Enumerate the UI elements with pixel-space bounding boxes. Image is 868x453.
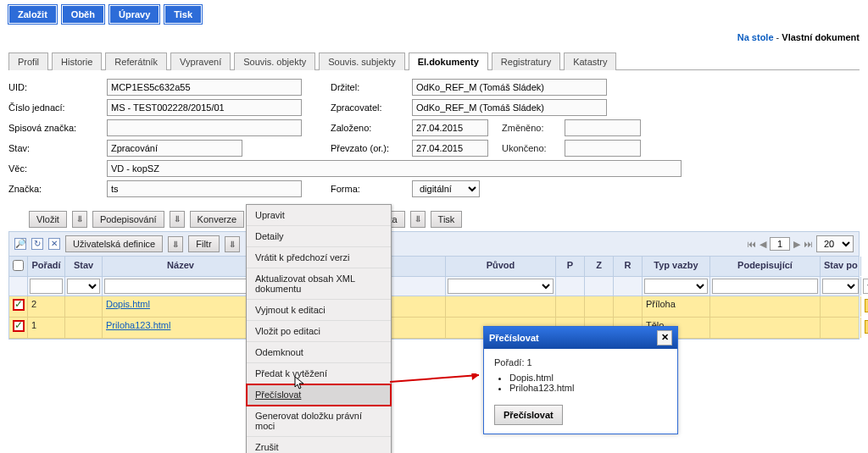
tab-vypraveni[interactable]: Vypravení <box>170 52 231 70</box>
top-btn-upravy[interactable]: Úpravy <box>109 5 159 24</box>
page-size[interactable]: 20 <box>816 235 854 252</box>
tb-vlozit-dd[interactable]: ⥥ <box>72 211 87 228</box>
menu-vyjmout[interactable]: Vyjmout k editaci <box>247 300 391 321</box>
tab-eldokumenty[interactable]: El.dokumenty <box>409 52 488 70</box>
edit-icon[interactable] <box>865 299 868 312</box>
col-f[interactable]: F <box>861 257 868 276</box>
table-row[interactable]: 1 Priloha123.html Tělo <box>9 318 859 339</box>
label-prevzato: Převzato (or.): <box>331 143 409 153</box>
grid-check-all[interactable] <box>13 260 24 271</box>
col-puvod[interactable]: Původ <box>446 257 556 276</box>
filter-stav[interactable] <box>67 279 100 294</box>
tab-souvis-objekty[interactable]: Souvis. objekty <box>234 52 315 70</box>
upravit-dropdown: Upravit Detaily Vrátit k předchozí verzi… <box>246 204 392 345</box>
tb-vlozit[interactable]: Vložit <box>29 211 67 228</box>
precislovat-dialog: Přečíslovat ✕ Pořadí: 1 Dopis.html Prilo… <box>483 326 678 345</box>
label-zpracovatel: Zpracovatel: <box>331 102 409 113</box>
tb-datova-veta-dd[interactable]: ⥥ <box>410 211 426 228</box>
row-checkbox[interactable] <box>13 320 25 332</box>
input-spis[interactable] <box>107 119 302 136</box>
top-btn-tisk[interactable]: Tisk <box>164 5 202 24</box>
grid: 🔎 ↻ ✕ Uživatelská definice⥥ Filtr⥥ ⏮ ◀ ▶… <box>8 231 860 340</box>
tab-profil[interactable]: Profil <box>8 52 48 70</box>
row-vazba: Příloha <box>643 296 710 317</box>
col-poradi[interactable]: Pořadí <box>28 257 65 276</box>
grid-search-icon[interactable]: 🔎 <box>14 238 26 250</box>
menu-detaily[interactable]: Detaily <box>247 226 391 247</box>
tb-podepisovani[interactable]: Podepisování <box>92 211 164 228</box>
col-z[interactable]: Z <box>585 257 614 276</box>
row-checkbox[interactable] <box>13 299 25 311</box>
filter-poradi[interactable] <box>30 279 63 294</box>
page-number[interactable] <box>770 237 790 251</box>
tab-referatnik[interactable]: Referátník <box>105 52 167 70</box>
row-nazev-link[interactable]: Dopis.html <box>106 299 150 309</box>
input-cislo[interactable] <box>107 99 302 116</box>
menu-vlozit-po[interactable]: Vložit po editaci <box>247 321 391 342</box>
row-nazev-link[interactable]: Priloha123.html <box>106 320 170 330</box>
select-forma[interactable]: digitální <box>412 180 480 197</box>
breadcrumb-title: Vlastní dokument <box>782 32 860 42</box>
col-r[interactable]: R <box>614 257 643 276</box>
tab-bar: Profil Historie Referátník Vypravení Sou… <box>8 52 860 70</box>
input-zpracovatel[interactable] <box>412 99 607 116</box>
input-vec[interactable] <box>107 160 682 177</box>
col-stavp[interactable]: Stav po <box>821 257 861 276</box>
filter-puvod[interactable] <box>448 279 554 294</box>
input-znacka[interactable] <box>107 180 302 197</box>
tb-podepisovani-dd[interactable]: ⥥ <box>170 211 185 228</box>
menu-vratit[interactable]: Vrátit k předchozí verzi <box>247 247 391 268</box>
filter-nazev[interactable] <box>104 279 257 294</box>
input-zalozeno[interactable] <box>412 119 488 136</box>
dialog-close-icon[interactable]: ✕ <box>657 330 672 345</box>
col-nazev[interactable]: Název <box>103 257 259 276</box>
grid-clear-icon[interactable]: ✕ <box>48 238 60 250</box>
tab-registratury[interactable]: Registratury <box>492 52 560 70</box>
label-drzitel: Držitel: <box>331 82 409 92</box>
grid-filter-dd[interactable]: ⥥ <box>225 236 240 252</box>
page-first-icon[interactable]: ⏮ <box>747 239 756 249</box>
tb-tisk[interactable]: Tisk <box>431 211 463 228</box>
input-drzitel[interactable] <box>412 79 607 96</box>
table-row[interactable]: 2 Dopis.html Příloha <box>9 296 859 318</box>
tab-historie[interactable]: Historie <box>52 52 102 70</box>
input-ukonceno[interactable] <box>565 140 641 157</box>
tab-souvis-subjekty[interactable]: Souvis. subjekty <box>319 52 404 70</box>
grid-filter-btn[interactable]: Filtr <box>188 235 219 252</box>
label-zmeneno: Změněno: <box>502 123 561 133</box>
grid-userdef-dd[interactable]: ⥥ <box>168 236 183 252</box>
input-prevzato[interactable] <box>412 140 488 157</box>
filter-stavp[interactable] <box>822 279 859 294</box>
top-btn-zalozit[interactable]: Založit <box>8 5 57 24</box>
input-zmeneno[interactable] <box>565 119 641 136</box>
edit-icon[interactable] <box>865 320 868 334</box>
breadcrumb: Na stole - Vlastní dokument <box>8 29 860 43</box>
filter-podpis[interactable] <box>712 279 818 294</box>
label-cislo: Číslo jednací: <box>8 102 103 113</box>
menu-aktualizovat[interactable]: Aktualizovat obsah XML dokumentu <box>247 268 391 300</box>
label-znacka: Značka: <box>8 184 103 194</box>
grid-refresh-icon[interactable]: ↻ <box>31 238 43 250</box>
menu-upravit[interactable]: Upravit <box>247 205 391 226</box>
col-podpis[interactable]: Podepisující <box>710 257 821 276</box>
filter-f[interactable] <box>863 279 868 294</box>
row-poradi: 1 <box>28 318 65 338</box>
page-prev-icon[interactable]: ◀ <box>760 239 766 250</box>
label-spis: Spisová značka: <box>8 123 103 133</box>
input-uid[interactable] <box>107 79 302 96</box>
tab-katastry[interactable]: Katastry <box>564 52 616 70</box>
input-stav[interactable] <box>107 140 242 157</box>
col-vazba[interactable]: Typ vazby <box>643 257 710 276</box>
menu-odemknout[interactable]: Odemknout <box>247 342 391 345</box>
page-next-icon[interactable]: ▶ <box>793 239 800 250</box>
col-stav[interactable]: Stav <box>65 257 103 276</box>
tb-konverze[interactable]: Konverze <box>190 211 244 228</box>
top-btn-obeh[interactable]: Oběh <box>62 5 104 24</box>
grid-userdef[interactable]: Uživatelská definice <box>65 235 163 252</box>
col-p[interactable]: P <box>556 257 585 276</box>
label-stav: Stav: <box>8 143 103 153</box>
page-last-icon[interactable]: ⏭ <box>804 239 813 249</box>
filter-vazba[interactable] <box>644 279 708 294</box>
label-vec: Věc: <box>8 163 103 174</box>
label-uid: UID: <box>8 82 103 92</box>
